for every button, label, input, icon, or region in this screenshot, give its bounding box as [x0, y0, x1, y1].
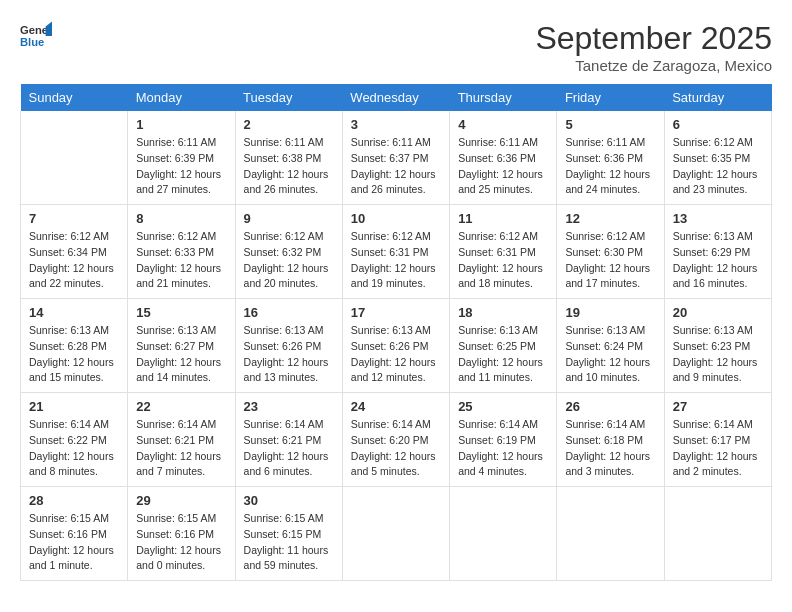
calendar-cell: 25Sunrise: 6:14 AMSunset: 6:19 PMDayligh…: [450, 393, 557, 487]
calendar-cell: [664, 487, 771, 581]
header-thursday: Thursday: [450, 84, 557, 111]
header-tuesday: Tuesday: [235, 84, 342, 111]
calendar-cell: 13Sunrise: 6:13 AMSunset: 6:29 PMDayligh…: [664, 205, 771, 299]
day-number: 30: [244, 493, 334, 508]
calendar-cell: [450, 487, 557, 581]
logo: General Blue: [20, 20, 52, 52]
day-info: Sunrise: 6:13 AMSunset: 6:27 PMDaylight:…: [136, 323, 226, 386]
header-saturday: Saturday: [664, 84, 771, 111]
day-info: Sunrise: 6:12 AMSunset: 6:32 PMDaylight:…: [244, 229, 334, 292]
calendar-cell: 3Sunrise: 6:11 AMSunset: 6:37 PMDaylight…: [342, 111, 449, 205]
calendar-cell: 1Sunrise: 6:11 AMSunset: 6:39 PMDaylight…: [128, 111, 235, 205]
day-number: 23: [244, 399, 334, 414]
day-number: 12: [565, 211, 655, 226]
day-number: 11: [458, 211, 548, 226]
calendar-cell: 12Sunrise: 6:12 AMSunset: 6:30 PMDayligh…: [557, 205, 664, 299]
day-info: Sunrise: 6:11 AMSunset: 6:36 PMDaylight:…: [565, 135, 655, 198]
day-info: Sunrise: 6:14 AMSunset: 6:21 PMDaylight:…: [136, 417, 226, 480]
weekday-header-row: Sunday Monday Tuesday Wednesday Thursday…: [21, 84, 772, 111]
logo-icon: General Blue: [20, 20, 52, 52]
calendar-week-row: 14Sunrise: 6:13 AMSunset: 6:28 PMDayligh…: [21, 299, 772, 393]
calendar-cell: 29Sunrise: 6:15 AMSunset: 6:16 PMDayligh…: [128, 487, 235, 581]
day-info: Sunrise: 6:13 AMSunset: 6:28 PMDaylight:…: [29, 323, 119, 386]
header-sunday: Sunday: [21, 84, 128, 111]
calendar-cell: 6Sunrise: 6:12 AMSunset: 6:35 PMDaylight…: [664, 111, 771, 205]
calendar-cell: 9Sunrise: 6:12 AMSunset: 6:32 PMDaylight…: [235, 205, 342, 299]
calendar-cell: 15Sunrise: 6:13 AMSunset: 6:27 PMDayligh…: [128, 299, 235, 393]
day-info: Sunrise: 6:15 AMSunset: 6:16 PMDaylight:…: [136, 511, 226, 574]
calendar-cell: 14Sunrise: 6:13 AMSunset: 6:28 PMDayligh…: [21, 299, 128, 393]
calendar-cell: 8Sunrise: 6:12 AMSunset: 6:33 PMDaylight…: [128, 205, 235, 299]
calendar-cell: 11Sunrise: 6:12 AMSunset: 6:31 PMDayligh…: [450, 205, 557, 299]
day-info: Sunrise: 6:12 AMSunset: 6:30 PMDaylight:…: [565, 229, 655, 292]
calendar-cell: 30Sunrise: 6:15 AMSunset: 6:15 PMDayligh…: [235, 487, 342, 581]
day-info: Sunrise: 6:12 AMSunset: 6:31 PMDaylight:…: [351, 229, 441, 292]
calendar-cell: [342, 487, 449, 581]
calendar-cell: 10Sunrise: 6:12 AMSunset: 6:31 PMDayligh…: [342, 205, 449, 299]
day-info: Sunrise: 6:14 AMSunset: 6:22 PMDaylight:…: [29, 417, 119, 480]
day-number: 8: [136, 211, 226, 226]
day-info: Sunrise: 6:13 AMSunset: 6:29 PMDaylight:…: [673, 229, 763, 292]
day-number: 17: [351, 305, 441, 320]
day-info: Sunrise: 6:12 AMSunset: 6:33 PMDaylight:…: [136, 229, 226, 292]
calendar-cell: 26Sunrise: 6:14 AMSunset: 6:18 PMDayligh…: [557, 393, 664, 487]
day-info: Sunrise: 6:11 AMSunset: 6:37 PMDaylight:…: [351, 135, 441, 198]
page-title: September 2025: [535, 20, 772, 57]
calendar-cell: 4Sunrise: 6:11 AMSunset: 6:36 PMDaylight…: [450, 111, 557, 205]
day-number: 25: [458, 399, 548, 414]
day-info: Sunrise: 6:11 AMSunset: 6:39 PMDaylight:…: [136, 135, 226, 198]
day-info: Sunrise: 6:15 AMSunset: 6:16 PMDaylight:…: [29, 511, 119, 574]
day-number: 6: [673, 117, 763, 132]
calendar-cell: 5Sunrise: 6:11 AMSunset: 6:36 PMDaylight…: [557, 111, 664, 205]
calendar-cell: 24Sunrise: 6:14 AMSunset: 6:20 PMDayligh…: [342, 393, 449, 487]
day-info: Sunrise: 6:14 AMSunset: 6:18 PMDaylight:…: [565, 417, 655, 480]
calendar-cell: 27Sunrise: 6:14 AMSunset: 6:17 PMDayligh…: [664, 393, 771, 487]
calendar-cell: 20Sunrise: 6:13 AMSunset: 6:23 PMDayligh…: [664, 299, 771, 393]
day-info: Sunrise: 6:12 AMSunset: 6:35 PMDaylight:…: [673, 135, 763, 198]
calendar-cell: 28Sunrise: 6:15 AMSunset: 6:16 PMDayligh…: [21, 487, 128, 581]
calendar-week-row: 7Sunrise: 6:12 AMSunset: 6:34 PMDaylight…: [21, 205, 772, 299]
day-info: Sunrise: 6:14 AMSunset: 6:17 PMDaylight:…: [673, 417, 763, 480]
day-info: Sunrise: 6:14 AMSunset: 6:20 PMDaylight:…: [351, 417, 441, 480]
day-info: Sunrise: 6:11 AMSunset: 6:38 PMDaylight:…: [244, 135, 334, 198]
day-info: Sunrise: 6:13 AMSunset: 6:26 PMDaylight:…: [244, 323, 334, 386]
calendar-cell: 21Sunrise: 6:14 AMSunset: 6:22 PMDayligh…: [21, 393, 128, 487]
calendar-table: Sunday Monday Tuesday Wednesday Thursday…: [20, 84, 772, 581]
day-number: 21: [29, 399, 119, 414]
day-number: 13: [673, 211, 763, 226]
page-header: General Blue September 2025 Tanetze de Z…: [20, 20, 772, 74]
day-info: Sunrise: 6:14 AMSunset: 6:21 PMDaylight:…: [244, 417, 334, 480]
day-number: 15: [136, 305, 226, 320]
day-number: 29: [136, 493, 226, 508]
calendar-cell: 2Sunrise: 6:11 AMSunset: 6:38 PMDaylight…: [235, 111, 342, 205]
day-info: Sunrise: 6:13 AMSunset: 6:23 PMDaylight:…: [673, 323, 763, 386]
day-number: 7: [29, 211, 119, 226]
day-number: 18: [458, 305, 548, 320]
day-info: Sunrise: 6:15 AMSunset: 6:15 PMDaylight:…: [244, 511, 334, 574]
calendar-cell: 23Sunrise: 6:14 AMSunset: 6:21 PMDayligh…: [235, 393, 342, 487]
day-number: 10: [351, 211, 441, 226]
calendar-cell: 17Sunrise: 6:13 AMSunset: 6:26 PMDayligh…: [342, 299, 449, 393]
day-info: Sunrise: 6:13 AMSunset: 6:26 PMDaylight:…: [351, 323, 441, 386]
title-block: September 2025 Tanetze de Zaragoza, Mexi…: [535, 20, 772, 74]
day-number: 9: [244, 211, 334, 226]
day-number: 26: [565, 399, 655, 414]
day-number: 1: [136, 117, 226, 132]
day-info: Sunrise: 6:13 AMSunset: 6:24 PMDaylight:…: [565, 323, 655, 386]
header-monday: Monday: [128, 84, 235, 111]
day-info: Sunrise: 6:12 AMSunset: 6:31 PMDaylight:…: [458, 229, 548, 292]
day-number: 2: [244, 117, 334, 132]
calendar-cell: 7Sunrise: 6:12 AMSunset: 6:34 PMDaylight…: [21, 205, 128, 299]
calendar-cell: 18Sunrise: 6:13 AMSunset: 6:25 PMDayligh…: [450, 299, 557, 393]
page-subtitle: Tanetze de Zaragoza, Mexico: [535, 57, 772, 74]
svg-text:Blue: Blue: [20, 36, 44, 48]
calendar-cell: 16Sunrise: 6:13 AMSunset: 6:26 PMDayligh…: [235, 299, 342, 393]
calendar-week-row: 1Sunrise: 6:11 AMSunset: 6:39 PMDaylight…: [21, 111, 772, 205]
day-number: 3: [351, 117, 441, 132]
calendar-body: 1Sunrise: 6:11 AMSunset: 6:39 PMDaylight…: [21, 111, 772, 581]
day-number: 28: [29, 493, 119, 508]
day-number: 14: [29, 305, 119, 320]
day-number: 20: [673, 305, 763, 320]
calendar-cell: [557, 487, 664, 581]
day-number: 19: [565, 305, 655, 320]
